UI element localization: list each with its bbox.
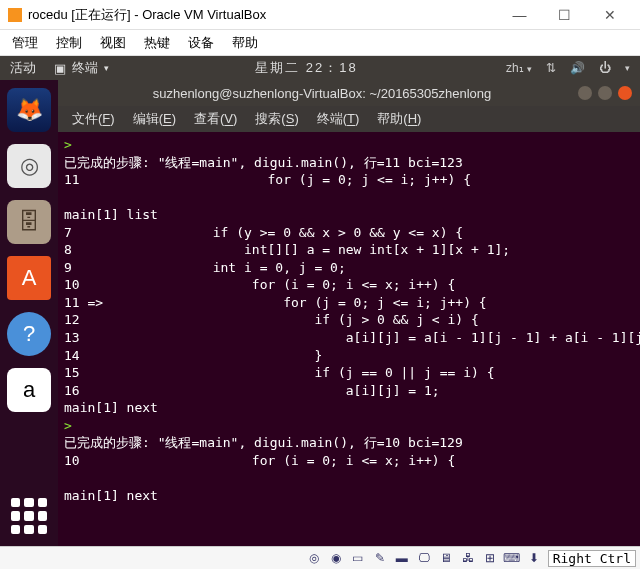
status-optical-icon[interactable]: ◉: [328, 550, 344, 566]
terminal-menu-file[interactable]: 文件(F): [72, 110, 115, 128]
firefox-icon[interactable]: 🦊: [7, 88, 51, 132]
files-icon[interactable]: 🗄: [7, 200, 51, 244]
terminal-menu-help[interactable]: 帮助(H): [377, 110, 421, 128]
terminal-maximize-button[interactable]: [598, 86, 612, 100]
status-keyboard-icon[interactable]: ⌨: [504, 550, 520, 566]
activities-button[interactable]: 活动: [0, 59, 46, 77]
host-key-indicator[interactable]: Right Ctrl: [548, 550, 636, 567]
status-network-icon[interactable]: 🖧: [460, 550, 476, 566]
status-shared-folder-icon[interactable]: ✎: [372, 550, 388, 566]
show-apps-button[interactable]: [11, 498, 47, 534]
volume-icon[interactable]: 🔊: [570, 61, 585, 75]
terminal-menu-view[interactable]: 查看(V): [194, 110, 237, 128]
terminal-close-button[interactable]: [618, 86, 632, 100]
host-statusbar: ◎ ◉ ▭ ✎ ▬ 🖵 🖥 🖧 ⊞ ⌨ ⬇ Right Ctrl: [0, 546, 640, 569]
terminal-icon: ▣: [54, 61, 66, 76]
software-store-icon[interactable]: A: [7, 256, 51, 300]
amazon-icon[interactable]: a: [7, 368, 51, 412]
host-menu-help[interactable]: 帮助: [232, 34, 258, 52]
status-capture-icon[interactable]: ⊞: [482, 550, 498, 566]
terminal-output[interactable]: > 已完成的步骤: "线程=main", digui.main(), 行=11 …: [58, 132, 640, 546]
music-app-icon[interactable]: ◎: [7, 144, 51, 188]
status-usb-icon[interactable]: ▭: [350, 550, 366, 566]
terminal-menu-edit[interactable]: 编辑(E): [133, 110, 176, 128]
input-method-indicator[interactable]: zh₁ ▾: [506, 61, 532, 75]
network-icon[interactable]: ⇅: [546, 61, 556, 75]
host-menu-device[interactable]: 设备: [188, 34, 214, 52]
current-app-indicator[interactable]: ▣ 终端 ▾: [46, 59, 117, 77]
terminal-menu-terminal[interactable]: 终端(T): [317, 110, 360, 128]
status-screen1-icon[interactable]: 🖵: [416, 550, 432, 566]
close-button[interactable]: ✕: [587, 1, 632, 29]
clock[interactable]: 星期二 22：18: [117, 59, 496, 77]
host-window-title: rocedu [正在运行] - Oracle VM VirtualBox: [8, 6, 497, 24]
help-icon[interactable]: ?: [7, 312, 51, 356]
virtualbox-icon: [8, 8, 22, 22]
host-menu-control[interactable]: 控制: [56, 34, 82, 52]
host-menu-hotkey[interactable]: 热键: [144, 34, 170, 52]
chevron-down-icon: ▾: [104, 63, 109, 73]
terminal-menubar: 文件(F) 编辑(E) 查看(V) 搜索(S) 终端(T) 帮助(H): [58, 106, 640, 132]
status-mouse-icon[interactable]: ⬇: [526, 550, 542, 566]
terminal-title: suzhenlong@suzhenlong-VirtualBox: ~/2016…: [66, 86, 578, 101]
launcher-dock: 🦊 ◎ 🗄 A ? a: [0, 80, 58, 546]
status-display-icon[interactable]: ▬: [394, 550, 410, 566]
minimize-button[interactable]: —: [497, 1, 542, 29]
host-menu-manage[interactable]: 管理: [12, 34, 38, 52]
power-icon[interactable]: ⏻: [599, 61, 611, 75]
terminal-menu-search[interactable]: 搜索(S): [255, 110, 298, 128]
system-menu-chevron-icon[interactable]: ▾: [625, 63, 630, 73]
maximize-button[interactable]: ☐: [542, 1, 587, 29]
host-menu-view[interactable]: 视图: [100, 34, 126, 52]
host-menubar: 管理 控制 视图 热键 设备 帮助: [0, 30, 640, 56]
host-title-text: rocedu [正在运行] - Oracle VM VirtualBox: [28, 6, 266, 24]
status-screen2-icon[interactable]: 🖥: [438, 550, 454, 566]
terminal-minimize-button[interactable]: [578, 86, 592, 100]
current-app-label: 终端: [72, 59, 98, 77]
status-harddisk-icon[interactable]: ◎: [306, 550, 322, 566]
